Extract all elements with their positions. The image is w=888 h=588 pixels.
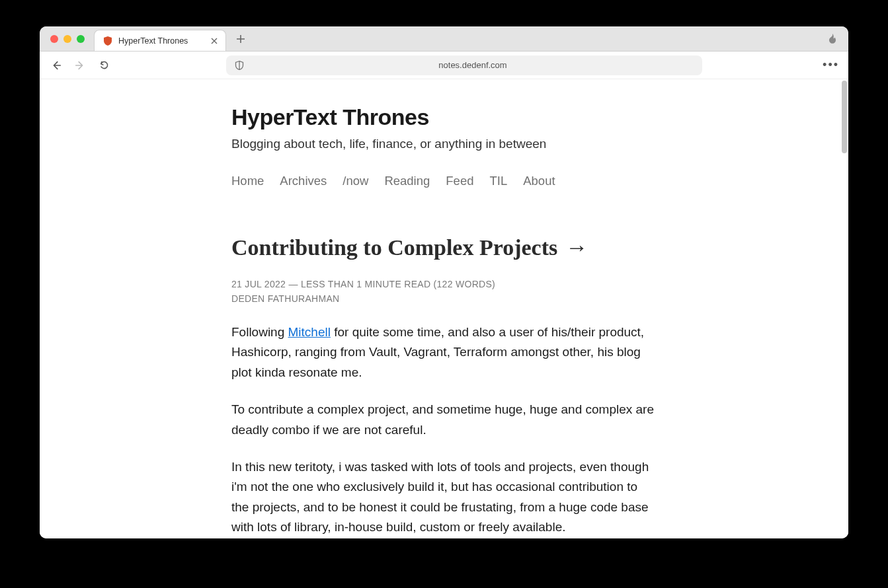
- back-button[interactable]: [49, 58, 63, 73]
- post-paragraph: Following Mitchell for quite some time, …: [231, 322, 655, 383]
- page-content: HyperText Thrones Blogging about tech, l…: [40, 79, 848, 538]
- nav-link-feed[interactable]: Feed: [446, 174, 473, 188]
- post-paragraph: To contribute a complex project, and som…: [231, 400, 655, 440]
- nav-link-til[interactable]: TIL: [489, 174, 507, 188]
- post-author: DEDEN FATHURAHMAN: [231, 293, 655, 304]
- nav-link-now[interactable]: /now: [343, 174, 368, 188]
- site-nav: Home Archives /now Reading Feed TIL Abou…: [231, 174, 655, 188]
- tab-close-button[interactable]: [210, 36, 219, 46]
- minimize-window-button[interactable]: [63, 35, 71, 43]
- scrollbar-thumb[interactable]: [842, 81, 847, 153]
- browser-tab[interactable]: HyperText Thrones: [94, 30, 226, 51]
- post-date: 21 JUL 2022: [231, 279, 286, 289]
- nav-link-reading[interactable]: Reading: [384, 174, 430, 188]
- nav-link-about[interactable]: About: [523, 174, 555, 188]
- page-viewport: HyperText Thrones Blogging about tech, l…: [40, 79, 848, 538]
- nav-link-home[interactable]: Home: [231, 174, 264, 188]
- post-title[interactable]: Contributing to Complex Projects →: [231, 235, 655, 260]
- post-title-text: Contributing to Complex Projects: [231, 235, 557, 260]
- browser-window: HyperText Thrones notes.dedenf.com ••: [40, 26, 848, 538]
- link-mitchell[interactable]: Mitchell: [288, 325, 331, 339]
- url-text: notes.dedenf.com: [251, 60, 694, 70]
- post-meta: 21 JUL 2022 — LESS THAN 1 MINUTE READ (1…: [231, 279, 655, 289]
- post-read-time: LESS THAN 1 MINUTE READ (122 WORDS): [301, 279, 495, 289]
- site-tagline: Blogging about tech, life, finance, or a…: [231, 137, 655, 151]
- browser-toolbar: notes.dedenf.com •••: [40, 52, 848, 79]
- external-link-arrow-icon: →: [565, 235, 588, 260]
- close-window-button[interactable]: [50, 35, 58, 43]
- tab-favicon-icon: [102, 36, 113, 46]
- shield-icon: [234, 60, 245, 71]
- new-tab-button[interactable]: [231, 30, 250, 48]
- post-body: Following Mitchell for quite some time, …: [231, 322, 655, 538]
- window-controls: [40, 35, 85, 43]
- more-menu-button[interactable]: •••: [823, 58, 839, 72]
- maximize-window-button[interactable]: [77, 35, 85, 43]
- tab-title: HyperText Thrones: [118, 36, 188, 46]
- title-bar: HyperText Thrones: [40, 26, 848, 52]
- address-bar[interactable]: notes.dedenf.com: [226, 55, 702, 75]
- reload-button[interactable]: [97, 58, 111, 73]
- fire-icon[interactable]: [826, 32, 839, 46]
- site-title: HyperText Thrones: [231, 104, 655, 130]
- forward-button[interactable]: [73, 58, 87, 73]
- nav-link-archives[interactable]: Archives: [280, 174, 327, 188]
- post-paragraph: In this new teritoty, i was tasked with …: [231, 457, 655, 538]
